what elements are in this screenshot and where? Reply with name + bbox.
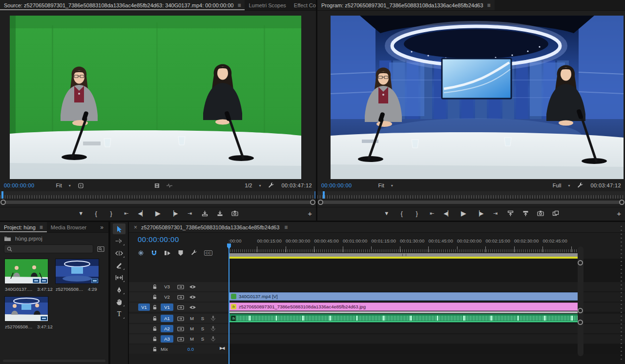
track-name-a1[interactable]: A1 [161,315,173,322]
timeline-playhead[interactable] [229,243,229,364]
item-name[interactable]: z5270650897... [5,324,33,329]
comparison-view-button[interactable] [552,209,559,218]
project-item[interactable]: 340G0137.mp4 3:47:12 [5,259,54,292]
scroll-handle-left[interactable] [0,200,6,205]
track-name-v1[interactable]: V1 [161,303,173,311]
solo-button[interactable]: S [200,326,206,331]
go-to-out-button[interactable]: ⇥ [492,209,499,218]
panel-menu-icon[interactable]: ≡ [284,224,288,231]
master-volume-value[interactable]: 0.0 [188,346,194,352]
close-icon[interactable]: × [134,224,137,231]
scroll-handle[interactable] [578,260,583,265]
track-lane-a3[interactable] [229,334,625,344]
sync-lock-icon[interactable] [177,326,184,332]
mute-button[interactable]: M [189,316,195,321]
track-header-v1[interactable]: V1 V1 [129,303,229,312]
project-item[interactable]: z5270650897301... 4:29 [56,259,104,292]
step-back-button[interactable]: ◀▏ [444,209,452,218]
button-editor-plus[interactable]: + [308,207,312,219]
program-zoom-scrollbar[interactable] [317,199,625,205]
scroll-handle-left[interactable] [318,200,323,205]
add-marker-button[interactable]: ▼ [383,209,390,218]
keyframe-nav-icon[interactable]: ▶◀ [220,346,224,350]
sequence-thumbnail-composite[interactable] [5,297,48,321]
razor-tool[interactable] [113,260,125,271]
step-forward-button[interactable]: ▕▶ [170,209,178,218]
drag-video-only-icon[interactable] [154,182,160,189]
work-area-grip[interactable] [402,254,406,256]
voiceover-mic-icon[interactable] [210,336,216,342]
sync-lock-icon[interactable] [177,294,184,300]
clip-thumbnail-studio[interactable] [56,259,99,283]
lift-button[interactable] [507,209,514,218]
tab-media-browser[interactable]: Media Browser [47,222,90,232]
linked-selection-icon[interactable] [164,250,171,256]
scroll-handle[interactable] [578,320,583,325]
lock-icon[interactable] [152,304,158,310]
program-scrub-ruler[interactable] [317,191,625,199]
lock-icon[interactable] [152,294,158,300]
track-header-v3[interactable]: V3 [129,282,229,291]
timeline-clip-video[interactable]: 340G0137.mp4 [V] [229,292,579,301]
safe-margins-button[interactable] [78,182,84,189]
program-playback-resolution-select[interactable]: Full ▾ [551,182,572,189]
track-name-v2[interactable]: V2 [161,293,173,301]
timeline-clip-image[interactable]: fx z5270650897301_7386e50883108da1336ac4… [229,303,579,311]
selection-tool[interactable] [113,223,125,234]
track-name-a2[interactable]: A2 [161,325,173,332]
item-name[interactable]: 340G0137.mp4 [5,286,33,292]
sync-lock-icon[interactable] [177,336,184,342]
program-video-preview[interactable] [331,16,624,179]
tab-project[interactable]: Project: hùng ≡ [0,222,47,232]
tab-source[interactable]: Source: z5270650897301_7386e50883108da13… [0,0,245,10]
toggle-track-output-eye-icon[interactable] [189,295,196,300]
mark-in-button[interactable]: { [398,209,405,218]
ripple-edit-tool[interactable] [113,248,125,259]
track-name-v3[interactable]: V3 [161,283,173,290]
source-zoom-select[interactable]: Fit ▾ [54,182,73,189]
track-lane-v3[interactable] [229,282,625,291]
tab-lumetri-scopes[interactable]: Lumetri Scopes [245,0,290,10]
solo-button[interactable]: S [200,316,206,321]
video-audio-divider[interactable] [229,311,579,313]
project-horizontal-scrollbar[interactable] [3,360,105,362]
settings-wrench-icon[interactable] [268,182,274,189]
tab-program[interactable]: Program: z5270650897301_7386e50883108da1… [317,0,495,10]
slip-tool[interactable] [113,272,125,283]
go-to-in-button[interactable]: ⇤ [123,209,130,218]
overwrite-button[interactable] [216,209,223,218]
pen-tool[interactable] [113,284,125,295]
add-marker-icon[interactable] [178,250,184,256]
timeline-current-timecode[interactable]: 00:00:00:00 [138,235,179,243]
export-frame-button[interactable] [537,209,544,218]
scroll-handle-right[interactable] [619,200,625,205]
hand-tool[interactable] [113,297,125,307]
timeline-tabbar[interactable]: × z5270650897301_7386e50883108da1336ac4e… [129,222,625,233]
go-to-out-button[interactable]: ⇥ [186,209,193,218]
voiceover-mic-icon[interactable] [210,325,216,332]
project-file-name[interactable]: hùng.prproj [15,236,42,242]
panel-menu-icon[interactable]: ≡ [40,224,43,231]
solo-button[interactable]: S [200,336,206,342]
lock-icon[interactable] [152,284,158,290]
track-select-forward-tool[interactable] [113,236,125,246]
nest-toggle-icon[interactable] [138,250,144,256]
add-marker-button[interactable]: ▼ [78,209,84,218]
track-lane-a2[interactable] [229,324,625,333]
source-patch-v1[interactable]: V1 [138,303,150,311]
track-header-a1[interactable]: A1 M S [129,314,229,323]
captions-toggle[interactable]: CC [204,250,212,256]
program-current-timecode[interactable]: 00:00:00:00 [321,182,352,188]
lock-icon[interactable] [152,336,158,342]
lock-icon[interactable] [152,326,158,332]
insert-button[interactable] [201,209,208,218]
track-header-a2[interactable]: A2 M S [129,324,229,333]
source-zoom-scrollbar[interactable] [0,199,316,205]
work-area-bar[interactable] [229,253,579,257]
voiceover-mic-icon[interactable] [210,315,216,322]
source-video-preview[interactable] [10,16,301,179]
panel-menu-icon[interactable]: ≡ [237,2,241,9]
program-playhead[interactable] [323,191,325,199]
toggle-track-output-eye-icon[interactable] [189,305,196,310]
search-text-field[interactable] [15,245,90,252]
